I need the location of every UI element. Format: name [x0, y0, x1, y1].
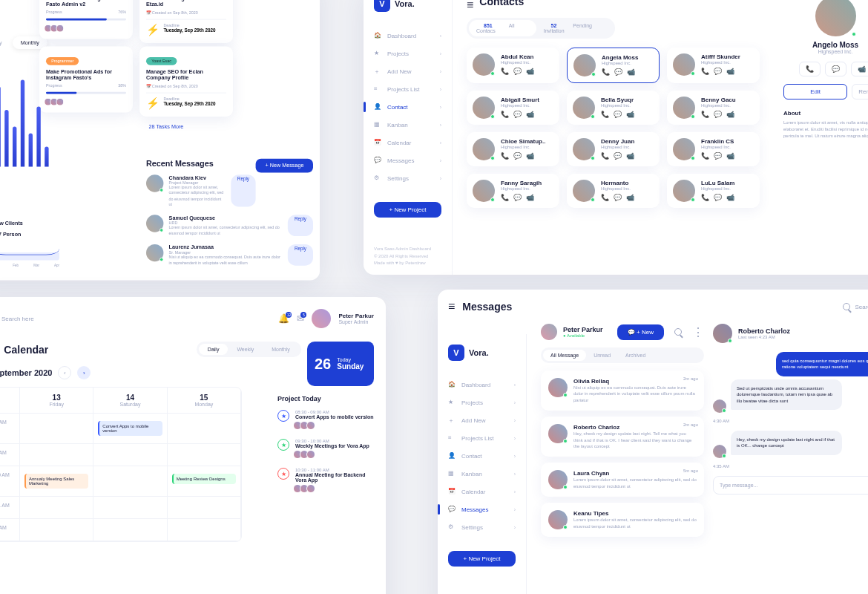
video-icon[interactable]: 📹	[726, 194, 734, 201]
call-icon[interactable]: 📞	[601, 194, 609, 201]
more-tasks-link[interactable]: 28 Tasks More	[139, 120, 193, 134]
call-icon[interactable]: 📞	[501, 152, 509, 160]
call-icon[interactable]: 📞	[501, 68, 509, 75]
video-icon[interactable]: 📹	[626, 194, 634, 201]
edit-button[interactable]: Edit	[783, 84, 847, 99]
search-input[interactable]: Search here	[843, 303, 868, 310]
nav-dashboard[interactable]: 🏠Dashboard›	[374, 27, 441, 45]
contact-card[interactable]: Fanny SaragihHighspeed Inc.📞💬📹	[467, 174, 559, 208]
contact-card[interactable]: Abigail SmurtHighspeed Inc.📞💬📹	[467, 91, 559, 125]
chat-icon[interactable]: 💬	[614, 68, 622, 76]
video-icon[interactable]: 📹	[726, 111, 734, 118]
video-icon[interactable]: 📹	[626, 111, 634, 118]
remove-button[interactable]: Remove	[852, 84, 868, 99]
video-icon[interactable]: 📹	[526, 111, 534, 118]
nav-settings[interactable]: ⚙Settings›	[448, 518, 516, 536]
contact-card[interactable]: Denny JuanHighspeed Inc.📞💬📹	[567, 132, 660, 166]
nav-messages[interactable]: 💬Messages›	[448, 500, 516, 518]
reply-button[interactable]: Reply	[288, 215, 313, 237]
video-icon[interactable]: 📹	[526, 152, 534, 160]
new-project-button[interactable]: + New Project	[374, 202, 441, 218]
contact-card[interactable]: Bella SyuqrHighspeed Inc.📞💬📹	[567, 91, 660, 125]
chat-icon[interactable]: 💬	[513, 152, 522, 160]
notification-icon[interactable]: 🔔12	[278, 313, 289, 324]
contact-card[interactable]: LuLu SalamHighspeed Inc.📞💬📹	[667, 174, 760, 208]
chat-icon[interactable]: 💬	[714, 152, 722, 160]
contact-card[interactable]: Abdul KeanHighspeed Inc.📞💬📹	[467, 48, 559, 83]
menu-icon[interactable]: ≡	[448, 300, 455, 313]
message-item[interactable]: Laurenz JumasaaSr. ManagerNisi ut aliqui…	[146, 244, 313, 266]
search-icon	[843, 303, 850, 310]
video-icon[interactable]: 📹	[851, 62, 869, 76]
reply-button[interactable]: Reply	[288, 244, 313, 266]
nav-projects[interactable]: ★Projects›	[374, 45, 441, 62]
message-input[interactable]: Type message...	[713, 476, 868, 495]
nav-kanban[interactable]: ▦Kanban›	[374, 116, 441, 134]
nav-projects[interactable]: ★Projects›	[448, 394, 516, 411]
video-icon[interactable]: 📹	[726, 68, 734, 75]
chat-icon[interactable]: 💬	[614, 152, 622, 160]
search-icon[interactable]	[674, 325, 682, 339]
nav-kanban[interactable]: ▦Kanban›	[448, 465, 516, 483]
message-item[interactable]: Roberto CharlozHey, check my design upda…	[541, 417, 704, 457]
nav-messages[interactable]: 💬Messages›	[374, 151, 441, 169]
video-icon[interactable]: 📹	[627, 68, 635, 76]
message-item[interactable]: Olivia RellaqNisi ut aliquip ex ea commo…	[541, 371, 704, 411]
chat-icon[interactable]: 💬	[714, 194, 722, 201]
call-icon[interactable]: 📞	[799, 62, 821, 76]
call-icon[interactable]: 📞	[501, 111, 509, 118]
message-icon[interactable]: ✉5	[297, 313, 304, 324]
chat-icon[interactable]: 💬	[614, 194, 622, 201]
call-icon[interactable]: 📞	[601, 152, 609, 160]
nav-add-new[interactable]: ＋Add New›	[374, 62, 441, 80]
chat-icon[interactable]: 💬	[513, 68, 522, 75]
contact-card[interactable]: HermantoHighspeed Inc.📞💬📹	[567, 174, 660, 208]
chat-icon[interactable]: 💬	[614, 111, 622, 118]
contact-card[interactable]: Benny GacuHighspeed Inc.📞💬📹	[667, 91, 760, 125]
chat-icon[interactable]: 💬	[513, 111, 522, 118]
video-icon[interactable]: 📹	[726, 152, 734, 160]
chat-icon[interactable]: 💬	[513, 194, 522, 201]
nav-calendar[interactable]: 📅Calendar›	[374, 134, 441, 151]
view-toggle[interactable]: Daily Weekly Monthly	[0, 36, 47, 49]
new-button[interactable]: 💬 + New	[617, 324, 664, 340]
next-arrow[interactable]: ›	[77, 366, 91, 379]
nav-projects-list[interactable]: ≡Projects List›	[374, 80, 441, 98]
more-icon[interactable]: ⋮	[692, 325, 704, 339]
nav-contact[interactable]: 👤Contact›	[374, 98, 441, 116]
call-icon[interactable]: 📞	[701, 194, 709, 201]
nav-settings[interactable]: ⚙Settings›	[374, 169, 441, 187]
nav-projects-list[interactable]: ≡Projects List›	[448, 429, 516, 447]
contact-card[interactable]: Franklin CSHighspeed Inc.📞💬📹	[667, 132, 760, 166]
chat-icon[interactable]: 💬	[825, 62, 846, 76]
nav-calendar[interactable]: 📅Calendar›	[448, 483, 516, 500]
new-message-button[interactable]: + New Message	[256, 159, 313, 173]
call-icon[interactable]: 📞	[601, 111, 609, 118]
contact-card[interactable]: Angela MossHighspeed Inc.📞💬📹	[567, 48, 660, 83]
call-icon[interactable]: 📞	[602, 68, 610, 76]
prev-arrow[interactable]: ‹	[58, 366, 71, 379]
search-input[interactable]: Search here	[0, 315, 271, 322]
contact-card[interactable]: Chloe Simatup..Highspeed Inc.📞💬📹	[467, 132, 559, 166]
video-icon[interactable]: 📹	[526, 68, 534, 75]
reply-button[interactable]: Reply	[231, 174, 256, 207]
call-icon[interactable]: 📞	[701, 111, 709, 118]
chat-icon[interactable]: 💬	[714, 111, 722, 118]
message-item[interactable]: Keanu TipesLorem ipsum dolor sit amet, c…	[541, 503, 704, 537]
video-icon[interactable]: 📹	[526, 194, 534, 201]
nav-contact[interactable]: 👤Contact›	[448, 447, 516, 465]
new-project-button[interactable]: + New Project	[448, 551, 516, 567]
message-item[interactable]: Chandara KievProject ManagerLorem ipsum …	[146, 174, 256, 207]
chat-icon[interactable]: 💬	[714, 68, 722, 75]
nav-add-new[interactable]: ＋Add New›	[448, 411, 516, 429]
menu-icon[interactable]: ≡	[467, 0, 473, 12]
avatar[interactable]	[312, 309, 331, 328]
call-icon[interactable]: 📞	[501, 194, 509, 201]
call-icon[interactable]: 📞	[701, 152, 709, 160]
nav-dashboard[interactable]: 🏠Dashboard›	[448, 376, 516, 394]
call-icon[interactable]: 📞	[701, 68, 709, 75]
message-item[interactable]: Samuel QuequeseHRDLorem ipsum dolor sit …	[146, 215, 313, 237]
video-icon[interactable]: 📹	[626, 152, 634, 160]
message-item[interactable]: Laura ChyanLorem ipsum dolor sit amet, c…	[541, 463, 704, 497]
contact-card[interactable]: Atifff SkunderHighspeed Inc.📞💬📹	[667, 48, 760, 83]
